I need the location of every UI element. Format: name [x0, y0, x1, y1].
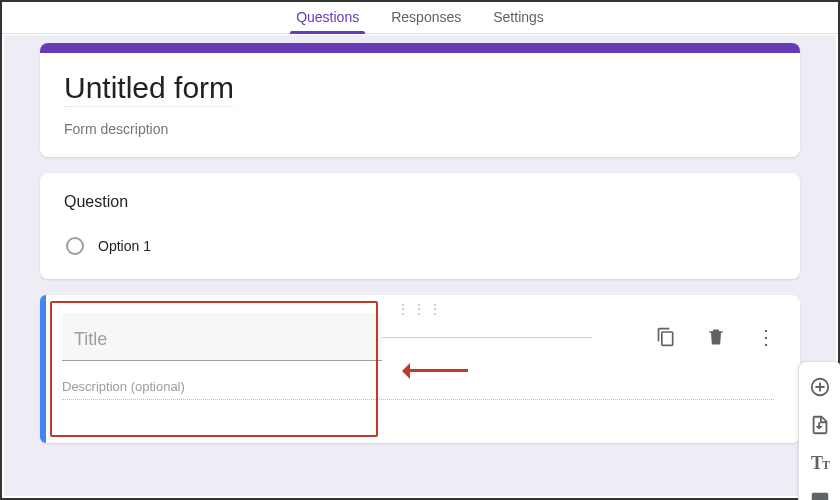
delete-button[interactable]: [698, 319, 734, 355]
import-questions-button[interactable]: [805, 410, 835, 440]
form-title-input[interactable]: Untitled form: [64, 71, 234, 107]
radio-icon: [66, 237, 84, 255]
question-option-1[interactable]: Option 1: [64, 233, 776, 259]
delete-icon: [706, 327, 726, 347]
section-card[interactable]: ⋮⋮⋮ Title ⋮: [40, 295, 800, 443]
top-tabs: Questions Responses Settings: [2, 2, 838, 34]
add-circle-icon: [809, 376, 831, 398]
image-icon: [809, 490, 831, 500]
floating-toolbar: TT: [798, 361, 840, 500]
question-title[interactable]: Question: [64, 193, 776, 211]
add-image-button[interactable]: [805, 486, 835, 500]
app-frame: Questions Responses Settings Untitled fo…: [0, 0, 840, 500]
more-icon: ⋮: [756, 327, 776, 347]
add-question-button[interactable]: [805, 372, 835, 402]
duplicate-icon: [656, 327, 676, 347]
import-icon: [809, 414, 831, 436]
duplicate-button[interactable]: [648, 319, 684, 355]
option-label: Option 1: [98, 238, 151, 254]
form-description-input[interactable]: Form description: [64, 121, 776, 137]
add-title-button[interactable]: TT: [805, 448, 835, 478]
input-underline: [382, 337, 592, 338]
section-toolbar: ⋮: [648, 319, 784, 355]
tab-questions[interactable]: Questions: [294, 3, 361, 33]
section-description-input[interactable]: Description (optional): [62, 379, 774, 400]
more-button[interactable]: ⋮: [748, 319, 784, 355]
section-title-input[interactable]: Title: [62, 313, 382, 361]
drag-handle-icon[interactable]: ⋮⋮⋮: [396, 301, 444, 317]
form-header-card: Untitled form Form description: [40, 43, 800, 157]
tab-settings[interactable]: Settings: [491, 3, 546, 33]
question-card[interactable]: Question Option 1: [40, 173, 800, 279]
tab-responses[interactable]: Responses: [389, 3, 463, 33]
annotation-arrow: [400, 363, 472, 379]
form-canvas: Untitled form Form description Question …: [4, 35, 836, 496]
title-icon: TT: [811, 453, 829, 474]
